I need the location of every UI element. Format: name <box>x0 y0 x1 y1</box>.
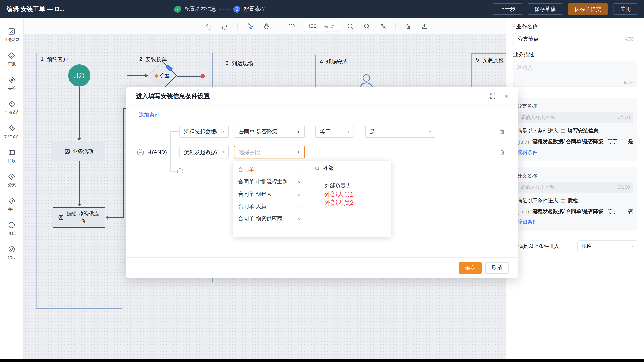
remove-group-icon[interactable]: − <box>137 149 144 155</box>
stage-number: 1 <box>41 56 44 63</box>
stage-title: 现场安装 <box>326 58 348 66</box>
chevron-right-icon: › <box>298 191 300 197</box>
export-icon[interactable] <box>421 22 429 30</box>
condition-settings-modal: 进入填写安装信息条件设置 ✕ +添加条件 − 且(AND) + 流程发起数据/▾… <box>126 87 518 278</box>
palette-item-business-activity[interactable]: 业务活动 <box>0 23 24 47</box>
branch-target: 质检 <box>568 197 578 204</box>
palette-item-auto-node[interactable]: 自动节点 <box>0 96 24 120</box>
dropdown-item[interactable]: 合同单› <box>233 163 305 176</box>
palette-item-approval[interactable]: 审批 <box>0 47 24 71</box>
expand-icon[interactable] <box>490 93 496 101</box>
wait-node-icon <box>8 124 16 132</box>
close-button[interactable]: 关闭 <box>614 3 638 15</box>
stage-title: 到达现场 <box>232 60 253 67</box>
business-name-input[interactable] <box>516 35 622 42</box>
palette-item-start[interactable]: 开始 <box>0 217 24 241</box>
confirm-button[interactable]: 确定 <box>459 262 482 274</box>
pan-hand-icon[interactable] <box>262 22 271 30</box>
else-target-select[interactable]: 质检 ▾ <box>578 240 637 252</box>
redo-icon[interactable] <box>221 22 229 30</box>
else-branch-row: 不满足以上条件进入 质检 ▾ <box>513 240 638 252</box>
connector-endpoint-dot[interactable] <box>200 74 205 78</box>
delete-icon[interactable] <box>404 22 412 30</box>
branch-name-field[interactable]: 请输入分支名称 0/100 <box>517 112 634 123</box>
zoom-value[interactable]: 100 <box>308 23 316 29</box>
marquee-icon[interactable] <box>288 22 296 30</box>
palette-item-stage[interactable]: 阶段 <box>0 144 24 168</box>
dropdown-item[interactable]: 合同单.物资供应商› <box>233 213 305 225</box>
dropdown-result[interactable]: 外部人员1 <box>324 190 354 199</box>
add-row-icon[interactable]: + <box>177 168 183 174</box>
palette-item-wait-node[interactable]: 等待节点 <box>0 120 24 144</box>
select-tool-icon[interactable] <box>246 22 254 30</box>
site-install-person-node[interactable] <box>358 73 374 89</box>
dropdown-item[interactable]: 合同单.人员› <box>233 200 305 212</box>
save-submit-button[interactable]: 保存并提交 <box>568 3 608 15</box>
page-title: 编辑 安装工单 — D... <box>6 0 64 18</box>
save-draft-button[interactable]: 保存草稿 <box>528 3 562 15</box>
add-condition-link[interactable]: +添加条件 <box>136 111 160 119</box>
business-name-field[interactable]: 4/50 <box>513 33 638 45</box>
fit-screen-icon[interactable] <box>379 22 388 30</box>
else-label: 不满足以上条件进入 <box>513 243 559 250</box>
delete-row-icon[interactable] <box>499 128 506 135</box>
field-name-select-open[interactable]: 选择字段▲ <box>234 146 305 158</box>
stage-number: 2 <box>139 56 142 63</box>
branch-name-field[interactable]: 请输入分支名称 0/100 <box>517 182 634 193</box>
palette-item-end[interactable]: 结束 <box>0 241 24 265</box>
cancel-button[interactable]: 取消 <box>486 262 508 274</box>
edit-condition-link[interactable]: 编辑条件 <box>517 219 538 226</box>
step-indicator: ✓ 配置基本信息 ···· 2 配置流程 <box>174 0 265 18</box>
search-query[interactable]: 外部 <box>323 164 334 172</box>
business-desc-field[interactable]: 0/500 <box>513 61 638 87</box>
modal-header: 进入填写安装信息条件设置 ✕ <box>126 87 518 105</box>
start-node[interactable]: 开始 <box>68 64 90 87</box>
branch-target: 填写安装信息 <box>568 128 598 135</box>
field-source-select[interactable]: 流程发起数据/▾ <box>180 146 229 158</box>
close-icon[interactable]: ✕ <box>504 87 509 105</box>
approval-icon <box>8 52 16 60</box>
person-icon <box>58 215 64 220</box>
palette-item-countersign[interactable]: 会签 <box>0 71 24 95</box>
connector-line <box>107 217 123 218</box>
operator-select[interactable]: 等于▾ <box>316 126 354 138</box>
zoom-in-icon[interactable] <box>346 22 354 30</box>
undo-icon[interactable] <box>204 22 213 30</box>
dropdown-result[interactable]: 外部负责人 <box>324 182 351 190</box>
char-counter: 4/50 <box>625 36 634 41</box>
editor-supplier-node[interactable]: 编辑-物资供应商 <box>52 207 105 228</box>
branch-name-placeholder: 请输入分支名称 <box>520 184 555 191</box>
step1-check-icon: ✓ <box>174 5 181 12</box>
business-desc-input[interactable] <box>513 61 637 87</box>
toolbar-separator <box>396 22 396 30</box>
branch-rule-line: (and) 流程发起数据/ 合同单/是否降级 等于 否 <box>517 208 634 215</box>
business-desc-label: 业务描述 <box>513 51 638 58</box>
branch-name-label: 分支名称 <box>517 172 634 179</box>
dropdown-item[interactable]: 合同单.审批流程主题› <box>233 176 305 188</box>
step1-label: 配置基本信息 <box>184 5 216 13</box>
edit-condition-link[interactable]: 编辑条件 <box>517 149 538 156</box>
step2-number: 2 <box>233 5 240 12</box>
stage-title: 安装接单 <box>146 56 167 63</box>
connector-line <box>127 75 148 76</box>
chevron-down-icon: ▾ <box>222 150 224 154</box>
field-source-select[interactable]: 流程发起数据/▾ <box>180 126 229 138</box>
dropdown-result[interactable]: 外部人员2 <box>324 199 354 207</box>
zoom-control[interactable]: 100 % ▲▾ <box>304 20 338 32</box>
field-name-select[interactable]: 合同单.是否降级▼ <box>234 126 305 138</box>
stage-title: 预约客户 <box>47 56 68 63</box>
value-select[interactable]: 是▾ <box>365 126 436 138</box>
business-name-label: * 业务名称 <box>513 23 638 30</box>
search-icon <box>314 166 320 171</box>
palette-item-branch[interactable]: 分支 <box>0 168 24 193</box>
zoom-stepper-icon[interactable]: ▲▾ <box>331 23 334 29</box>
dropdown-search[interactable]: 外部 <box>314 161 389 176</box>
activity-node[interactable]: 业务活动 <box>52 141 105 161</box>
palette-item-parallel[interactable]: 并行 <box>0 193 24 217</box>
dropdown-item[interactable]: 合同单.创建人› <box>233 188 305 200</box>
topbar-actions: 上一步 保存草稿 保存并提交 关闭 <box>493 3 637 15</box>
prev-step-button[interactable]: 上一步 <box>493 3 522 15</box>
end-icon <box>8 245 16 253</box>
zoom-out-icon[interactable] <box>363 22 371 30</box>
delete-row-icon[interactable] <box>499 149 506 155</box>
